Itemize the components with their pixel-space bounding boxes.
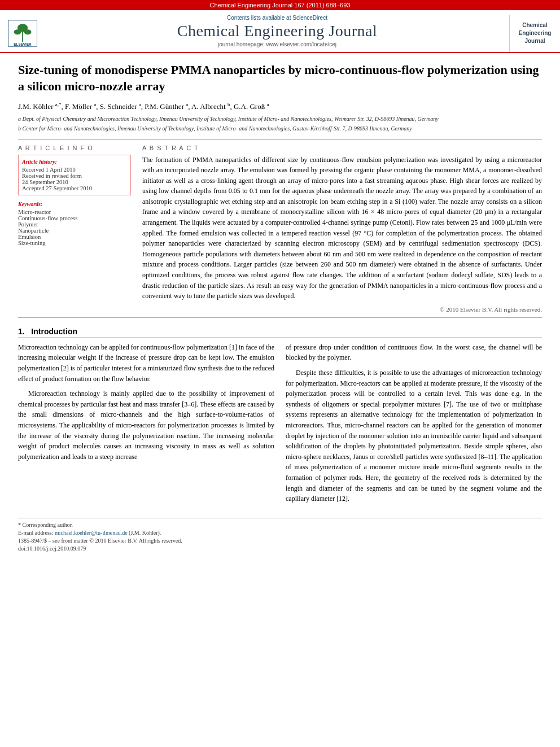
article-info-abstract-section: A R T I C L E I N F O Article history: R…: [18, 145, 542, 313]
authors-line: J.M. Köhler a,*, F. Möller a, S. Schneid…: [18, 101, 542, 111]
history-title: Article history:: [22, 159, 127, 165]
email-note: E-mail address: michael.koehler@tu-ilmen…: [18, 530, 542, 536]
divider-1: [18, 139, 542, 140]
journal-title: Chemical Engineering Journal: [45, 22, 509, 40]
introduction-section: 1. Introduction Microreaction technology…: [18, 327, 542, 509]
keywords-section: Keywords: Micro-reactor Continuous-flow …: [18, 201, 131, 246]
svg-text:ELSEVIER: ELSEVIER: [14, 42, 32, 46]
article-title: Size-tuning of monodisperse PMMA nanopar…: [18, 62, 542, 94]
keyword-2: Continuous-flow process: [18, 215, 131, 221]
journal-title-area: Contents lists available at ScienceDirec…: [45, 15, 509, 52]
email-author-name: (J.M. Köhler).: [129, 530, 161, 536]
received-revised-label: Received in revised form: [22, 173, 127, 179]
introduction-header: 1. Introduction: [18, 327, 542, 338]
keywords-list: Micro-reactor Continuous-flow process Po…: [18, 209, 131, 246]
article-history-box: Article history: Received 1 April 2010 R…: [18, 155, 131, 195]
intro-col-right: of pressure drop under condition of cont…: [286, 342, 542, 509]
issn-line: 1385-8947/$ – see front matter © 2010 El…: [18, 538, 542, 544]
affiliations: a Dept. of Physical Chemistry and Micror…: [18, 115, 542, 133]
intro-p1: Microreaction technology can be applied …: [18, 342, 274, 384]
email-link[interactable]: michael.koehler@tu-ilmenau.de: [55, 530, 128, 536]
svg-point-3: [14, 29, 21, 34]
intro-p2: Microreaction technology is mainly appli…: [18, 388, 274, 462]
sciencedirect-text: Contents lists available at ScienceDirec…: [45, 15, 509, 21]
keyword-4: Nanoparticle: [18, 228, 131, 234]
keyword-5: Emulsion: [18, 234, 131, 240]
journal-citation-text: Chemical Engineering Journal 167 (2011) …: [210, 2, 351, 8]
article-info-column: A R T I C L E I N F O Article history: R…: [18, 145, 131, 313]
abstract-text: The formation of PMMA nanoparticles of d…: [142, 155, 542, 302]
abstract-label: A B S T R A C T: [142, 145, 542, 151]
keyword-3: Polymer: [18, 221, 131, 228]
intro-p3: of pressure drop under condition of cont…: [286, 342, 542, 363]
abstract-column: A B S T R A C T The formation of PMMA na…: [142, 145, 542, 313]
keyword-6: Size-tuning: [18, 240, 131, 246]
main-content: Size-tuning of monodisperse PMMA nanopar…: [0, 53, 560, 562]
author-list: J.M. Köhler a,*, F. Möller a, S. Schneid…: [18, 102, 269, 111]
footnotes-area: * Corresponding author. E-mail address: …: [18, 518, 542, 552]
doi-line: doi:10.1016/j.cej.2010.09.079: [18, 545, 542, 552]
copyright-text: © 2010 Elsevier B.V. All rights reserved…: [142, 306, 542, 313]
introduction-body: Microreaction technology can be applied …: [18, 342, 542, 509]
journal-citation-bar: Chemical Engineering Journal 167 (2011) …: [0, 0, 560, 10]
email-label: E-mail address:: [18, 530, 53, 536]
svg-point-4: [24, 29, 32, 34]
received-date: Received 1 April 2010: [22, 167, 127, 173]
divider-2: [18, 317, 542, 318]
journal-abbrev-text: ChemicalEngineeringJournal: [519, 21, 552, 45]
corresponding-author-note: * Corresponding author.: [18, 522, 542, 528]
elsevier-logo-icon: ELSEVIER: [6, 19, 40, 47]
section-number: 1.: [18, 327, 25, 336]
keywords-title: Keywords:: [18, 201, 131, 207]
journal-homepage: journal homepage: www.elsevier.com/locat…: [45, 41, 509, 47]
article-info-label: A R T I C L E I N F O: [18, 145, 131, 151]
journal-abbrev-area: ChemicalEngineeringJournal: [509, 15, 560, 52]
journal-header: ELSEVIER Contents lists available at Sci…: [0, 10, 560, 53]
section-title: Introduction: [31, 327, 77, 336]
intro-p4: Despite these difficulties, it is possib…: [286, 368, 542, 504]
elsevier-logo-area: ELSEVIER: [0, 15, 45, 52]
affiliation-b: b Center for Micro- and Nanotechnologies…: [18, 124, 542, 133]
affiliation-a: a Dept. of Physical Chemistry and Micror…: [18, 115, 542, 123]
intro-col-left: Microreaction technology can be applied …: [18, 342, 274, 509]
accepted-date: Accepted 27 September 2010: [22, 185, 127, 191]
keyword-1: Micro-reactor: [18, 209, 131, 215]
revised-date: 24 September 2010: [22, 179, 127, 185]
